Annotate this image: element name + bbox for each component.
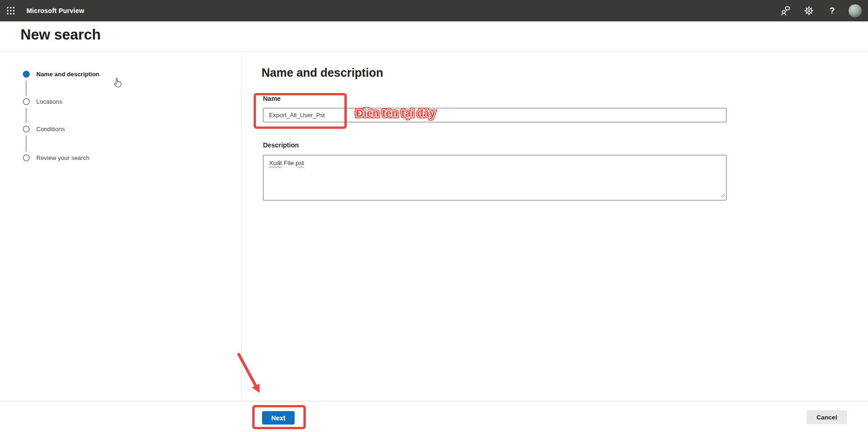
waffle-grid-icon <box>7 7 15 15</box>
description-word: Xuất <box>269 160 282 166</box>
step-conditions[interactable]: Conditions <box>36 126 65 133</box>
annotation-arrow <box>233 348 270 401</box>
app-launcher-icon[interactable] <box>0 0 21 21</box>
form-heading: Name and description <box>262 66 383 80</box>
name-input[interactable] <box>263 108 727 122</box>
step-connector <box>26 80 27 96</box>
description-word: File <box>282 160 296 166</box>
name-field-label: Name <box>263 95 281 102</box>
step-review-your-search[interactable]: Review your search <box>36 154 89 161</box>
top-app-bar: Microsoft Purview <box>0 0 868 21</box>
description-field-label: Description <box>263 141 299 149</box>
hand-cursor-icon <box>113 77 123 91</box>
gear-icon[interactable] <box>800 1 818 20</box>
step-locations[interactable]: Locations <box>36 98 62 105</box>
account-avatar[interactable] <box>848 4 862 18</box>
purview-new-search-page: Microsoft Purview <box>0 0 868 432</box>
step-name-and-description[interactable]: Name and description <box>36 71 100 78</box>
brand-title: Microsoft Purview <box>27 7 84 14</box>
textarea-resize-handle[interactable] <box>720 192 725 199</box>
step-connector <box>26 135 27 152</box>
step-dot-review-your-search[interactable] <box>23 154 30 161</box>
header-divider <box>0 51 868 52</box>
feedback-icon[interactable] <box>776 1 795 20</box>
description-word: pst <box>296 160 304 166</box>
topbar-actions: ? <box>776 0 868 21</box>
wizard-content-divider <box>241 51 242 401</box>
cancel-button[interactable]: Cancel <box>807 410 847 424</box>
footer-divider <box>0 401 868 401</box>
help-glyph: ? <box>830 6 835 16</box>
help-icon[interactable]: ? <box>823 1 841 20</box>
step-connector <box>26 108 27 123</box>
description-textarea[interactable]: Xuất File pst <box>263 155 727 200</box>
step-dot-conditions[interactable] <box>23 126 30 133</box>
step-dot-name-and-description[interactable] <box>23 71 30 78</box>
step-dot-locations[interactable] <box>23 98 30 105</box>
page-title: New search <box>20 27 101 43</box>
next-button[interactable]: Next <box>262 411 295 425</box>
